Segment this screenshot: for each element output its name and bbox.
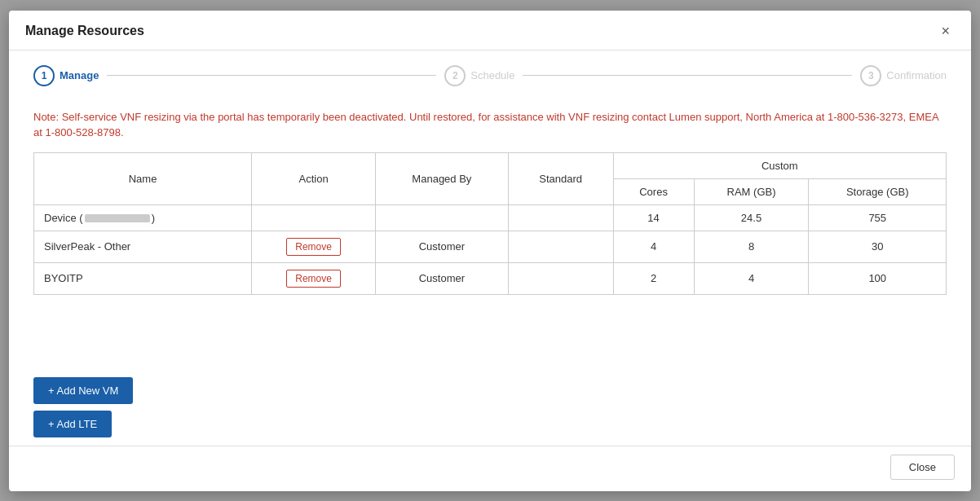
bottom-actions: + Add New VM + Add LTE — [9, 364, 971, 446]
row-silverpeak-name: SilverPeak - Other — [34, 231, 252, 262]
row-byoitp-managed-by: Customer — [376, 262, 509, 294]
table-row: SilverPeak - Other Remove Customer 4 8 3… — [34, 231, 947, 262]
row-device-name: Device () — [34, 204, 252, 231]
remove-silverpeak-button[interactable]: Remove — [286, 238, 341, 256]
col-managed-by: Managed By — [376, 152, 509, 204]
step-1-circle: 1 — [33, 65, 55, 86]
step-line-2 — [523, 75, 852, 76]
resources-table-container: Name Action Managed By Standard Custom C… — [9, 152, 971, 364]
step-line-1 — [107, 75, 436, 76]
row-device-cores: 14 — [613, 204, 694, 231]
note-box: Note: Self-service VNF resizing via the … — [9, 99, 971, 152]
row-silverpeak-storage: 30 — [809, 231, 947, 262]
modal-footer: Close — [9, 446, 971, 491]
add-new-vm-button[interactable]: + Add New VM — [33, 377, 133, 404]
close-footer-button[interactable]: Close — [890, 455, 955, 480]
step-2-circle: 2 — [444, 65, 466, 86]
step-3: 3 Confirmation — [860, 65, 947, 86]
row-device-standard — [508, 204, 613, 231]
row-byoitp-storage: 100 — [809, 262, 947, 294]
step-3-label: Confirmation — [886, 69, 947, 81]
row-silverpeak-managed-by: Customer — [376, 231, 509, 262]
col-action: Action — [252, 152, 376, 204]
table-row: BYOITP Remove Customer 2 4 100 — [34, 262, 947, 294]
col-cores: Cores — [613, 178, 694, 204]
row-device-ram: 24.5 — [694, 204, 809, 231]
row-silverpeak-action: Remove — [252, 231, 376, 262]
row-byoitp-standard — [508, 262, 613, 294]
device-bar — [85, 214, 150, 222]
col-custom: Custom — [613, 152, 946, 178]
modal-overlay: Manage Resources × 1 Manage 2 Schedule — [0, 0, 980, 501]
table-row: Device () 14 24.5 755 — [34, 204, 947, 231]
step-1: 1 Manage — [33, 65, 99, 86]
stepper: 1 Manage 2 Schedule 3 Confirmation — [9, 51, 971, 99]
resources-table: Name Action Managed By Standard Custom C… — [33, 152, 947, 295]
step-3-circle: 3 — [860, 65, 881, 86]
row-byoitp-cores: 2 — [613, 262, 694, 294]
row-silverpeak-standard — [508, 231, 613, 262]
row-byoitp-action: Remove — [252, 262, 376, 294]
add-lte-button[interactable]: + Add LTE — [33, 411, 112, 437]
modal-dialog: Manage Resources × 1 Manage 2 Schedule — [9, 11, 971, 491]
modal-title: Manage Resources — [25, 24, 144, 38]
col-storage: Storage (GB) — [809, 178, 947, 204]
step-1-label: Manage — [60, 69, 99, 81]
note-text: Note: Self-service VNF resizing via the … — [33, 109, 947, 141]
row-silverpeak-ram: 8 — [694, 231, 809, 262]
col-name: Name — [34, 152, 252, 204]
row-device-action — [252, 204, 376, 231]
row-byoitp-ram: 4 — [694, 262, 809, 294]
col-ram: RAM (GB) — [694, 178, 809, 204]
row-device-managed-by — [376, 204, 509, 231]
row-silverpeak-cores: 4 — [613, 231, 694, 262]
row-device-storage: 755 — [809, 204, 947, 231]
col-standard: Standard — [508, 152, 613, 204]
step-2: 2 Schedule — [444, 65, 514, 86]
step-2-label: Schedule — [470, 69, 514, 81]
remove-byoitp-button[interactable]: Remove — [286, 270, 341, 288]
modal-close-button[interactable]: × — [936, 22, 955, 40]
modal-body: 1 Manage 2 Schedule 3 Confirmation — [9, 51, 971, 446]
row-byoitp-name: BYOITP — [34, 262, 252, 294]
modal-header: Manage Resources × — [9, 11, 971, 51]
